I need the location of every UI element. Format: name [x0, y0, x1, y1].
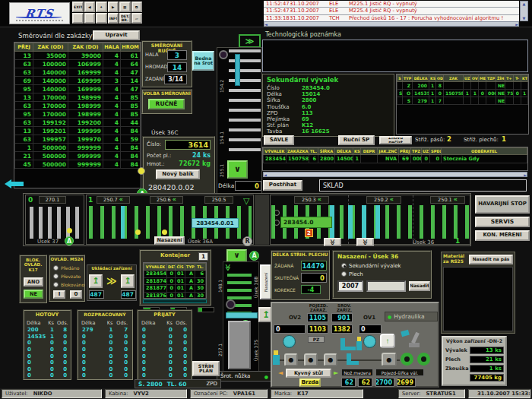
- table-row[interactable]: 000: [81, 340, 130, 347]
- topbar-home-button[interactable]: ✦: [96, 2, 107, 12]
- arrow-left-icon[interactable]: ◄: [278, 369, 283, 376]
- cut-orders-table[interactable]: VÝVALEKZAKÁZKATL.ŠÍŘKADÉLKAKSDEPRJAK.ZNČ…: [262, 147, 528, 171]
- nasadit-button[interactable]: Nasadit: [409, 281, 430, 291]
- table-row[interactable]: 000: [141, 334, 189, 340]
- table-row[interactable]: 45500000999999484: [15, 160, 141, 169]
- table-row[interactable]: 000: [81, 347, 130, 353]
- rucni-sp-button[interactable]: Ruční ŠP: [338, 135, 375, 145]
- alarm-row[interactable]: 11:52:4731.10.2007ELEM225.1 Jistič RQ - …: [264, 1, 519, 7]
- nasazeni-empty-input[interactable]: [366, 280, 406, 292]
- brzda-button[interactable]: Brzda: [299, 378, 321, 387]
- scroll-right-icon[interactable]: ►: [515, 22, 518, 27]
- table-row[interactable]: 000: [81, 366, 130, 373]
- savle-button[interactable]: ŠAVLE: [264, 135, 294, 145]
- kon-mereni-button[interactable]: KON. MĚŘENÍ: [475, 230, 530, 241]
- table-row[interactable]: 000: [81, 359, 130, 366]
- table-row[interactable]: 000: [26, 340, 69, 347]
- topbar-keypad-button[interactable]: ▦: [119, 2, 131, 12]
- ms24-on-button[interactable]: I: [53, 290, 65, 299]
- nasazeni-id-input[interactable]: 2007: [337, 280, 363, 292]
- cut-table-hscrollbar[interactable]: ◄►: [263, 172, 527, 177]
- scroll-up-icon[interactable]: ▲: [523, 2, 526, 6]
- table-row[interactable]: 1453510: [26, 334, 69, 340]
- alarm-row[interactable]: 11:52:4731.10.2007ELEM225.4 Jistič RQ - …: [264, 8, 519, 14]
- hoist-left-button[interactable]: ↥: [89, 274, 103, 288]
- nasazeni-36a-button[interactable]: Nasazení: [154, 236, 185, 245]
- conveyor-down-button-2[interactable]: ∨: [226, 249, 247, 262]
- ms24-off-button[interactable]: 0: [70, 290, 82, 299]
- table-row[interactable]: 133500039000461: [15, 52, 141, 60]
- postrihat-button[interactable]: Postříhat: [263, 180, 302, 191]
- alarm-row[interactable]: 11:33:1831.10.2007TCHPřechod úseků 16 - …: [264, 15, 519, 21]
- table-row[interactable]: 000: [26, 353, 69, 359]
- lower-chevron-button-2[interactable]: ≫: [356, 238, 374, 246]
- radio-Převzato[interactable]: Převzato: [53, 272, 84, 280]
- table-row[interactable]: 281874001A30: [144, 277, 206, 285]
- table-row[interactable]: 000: [141, 366, 189, 373]
- table-row[interactable]: 63100000106999464: [15, 60, 141, 68]
- topbar-exit-button[interactable]: EXIT: [72, 2, 84, 12]
- topbar-folder-button[interactable]: ▱: [131, 13, 143, 24]
- lift-up-button[interactable]: ↑: [380, 334, 395, 348]
- table-row[interactable]: 000: [141, 340, 189, 347]
- hoist-right-button[interactable]: ↥: [121, 274, 135, 288]
- table-row[interactable]: 27917: [81, 327, 130, 334]
- table-row[interactable]: 13199201199999484: [15, 127, 141, 135]
- slab-36[interactable]: 283454.0: [280, 217, 332, 228]
- table-row[interactable]: 1500000999999484: [15, 144, 141, 152]
- radio-Předáno[interactable]: Předáno: [53, 264, 84, 272]
- table-row[interactable]: 000: [141, 372, 189, 379]
- table-row[interactable]: SO1453510150758110000NE7501: [397, 90, 528, 97]
- table-row[interactable]: 000: [141, 327, 189, 334]
- topbar-detail-button[interactable]: DET. BR.: [119, 13, 131, 24]
- table-row[interactable]: 000: [141, 347, 189, 353]
- topbar-blank-2-button[interactable]: [84, 13, 96, 24]
- radio-Plech[interactable]: Plech: [341, 270, 401, 278]
- table-row[interactable]: 13170000198999485: [15, 93, 141, 102]
- radio-Sekundární vývalek[interactable]: Sekundární vývalek: [341, 261, 401, 270]
- table-row[interactable]: 63199957199970459: [15, 135, 141, 144]
- table-row[interactable]: 69140000169999314: [15, 77, 141, 85]
- table-row[interactable]: 63140000169999447: [15, 68, 141, 77]
- table-row[interactable]: 000: [81, 372, 130, 378]
- table-row[interactable]: 63199192199200444: [15, 119, 141, 127]
- servis-button[interactable]: SERVIS: [475, 217, 530, 227]
- table-row[interactable]: 000: [26, 366, 69, 373]
- nasadit-na-pas-button[interactable]: Nasadit na pás: [469, 255, 513, 264]
- topbar-info-button[interactable]: INFO: [108, 13, 119, 24]
- table-row[interactable]: 95170000198999485: [15, 110, 141, 119]
- strih-plan-button[interactable]: STŘIH PLÁN: [192, 361, 220, 376]
- table-row[interactable]: 000: [141, 359, 189, 366]
- table-row[interactable]: 000: [81, 353, 130, 359]
- alarm-vscrollbar[interactable]: ▲▼: [520, 1, 528, 21]
- table-row[interactable]: 283454001A6: [144, 271, 206, 278]
- tech-note-field[interactable]: [262, 40, 528, 72]
- emergency-stop-button[interactable]: HAVARIJNÍ STOP: [475, 195, 530, 214]
- arrow-right-icon[interactable]: ►: [334, 369, 338, 376]
- lower-chevron-button-1[interactable]: ≫: [324, 238, 341, 246]
- table-row[interactable]: 281876001A30: [144, 292, 206, 299]
- topbar-copy-button[interactable]: ⧉: [131, 2, 143, 12]
- conveyor-forward-button[interactable]: ≫: [239, 34, 261, 48]
- table-row[interactable]: 000: [26, 372, 69, 378]
- scroll-left-icon[interactable]: ◄: [264, 173, 267, 177]
- topbar-blank-3-button[interactable]: [96, 13, 107, 24]
- edit-routing-button[interactable]: Upravit: [93, 30, 140, 40]
- kontejner-hscrollbar[interactable]: [143, 299, 207, 303]
- novy-balik-button[interactable]: Nový balík: [156, 169, 200, 179]
- kontejner-table[interactable]: VÝVALEKDETČÍSTYPTL.283454001A6281874001A…: [143, 262, 207, 299]
- kyvny-stul-button[interactable]: Kyvný stůl: [286, 369, 331, 378]
- radio-Blokováno[interactable]: Blokováno: [53, 280, 84, 289]
- table-row[interactable]: 000: [141, 353, 189, 359]
- topbar-blank-1-button[interactable]: [72, 13, 84, 24]
- alarm-hscrollbar[interactable]: ◄►: [264, 21, 519, 27]
- table-row[interactable]: 000: [26, 347, 69, 353]
- slab-36a[interactable]: 283454.0.01: [192, 218, 239, 228]
- topbar-back-button[interactable]: ◀: [84, 2, 96, 12]
- sklad-field[interactable]: SKLAD: [319, 179, 527, 192]
- topbar-forward-button[interactable]: ▶: [108, 2, 119, 12]
- rucne-button[interactable]: RUČNĚ: [148, 99, 185, 109]
- znovu-nacist-button[interactable]: Znovu načíst: [379, 136, 412, 144]
- scroll-right-icon[interactable]: ►: [524, 173, 527, 177]
- table-row[interactable]: Z20018NE: [397, 82, 528, 90]
